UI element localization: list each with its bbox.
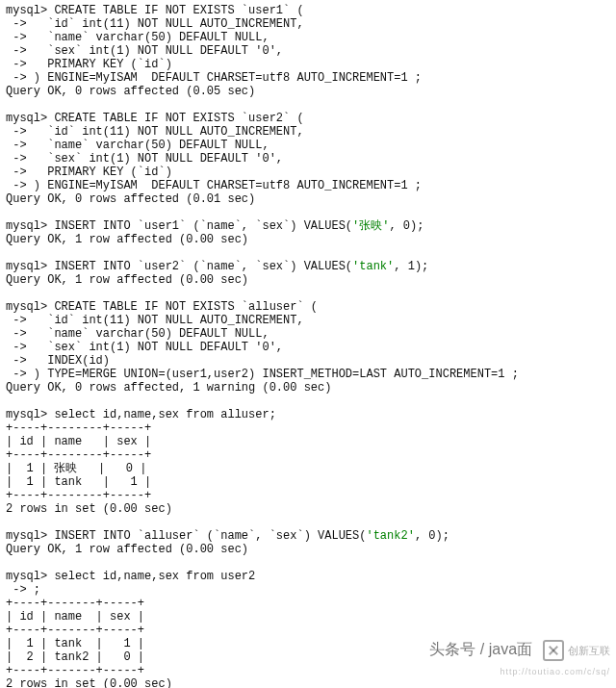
- line: mysql> INSERT INTO `alluser` (`name`, `s…: [6, 529, 449, 543]
- line: mysql> CREATE TABLE IF NOT EXISTS `user2…: [6, 112, 304, 125]
- line: Query OK, 1 row affected (0.00 sec): [6, 273, 248, 287]
- line: Query OK, 0 rows affected (0.05 sec): [6, 85, 255, 98]
- table-row: | 1 | tank | 1 |: [6, 475, 151, 489]
- line: Query OK, 0 rows affected, 1 warning (0.…: [6, 381, 331, 395]
- string-literal: 'tank': [352, 260, 394, 273]
- line: mysql> select id,name,sex from alluser;: [6, 408, 276, 421]
- line: -> `sex` int(1) NOT NULL DEFAULT '0',: [6, 341, 283, 354]
- line: 2 rows in set (0.00 sec): [6, 677, 172, 688]
- line: -> `id` int(11) NOT NULL AUTO_INCREMENT,: [6, 17, 304, 31]
- table-row: +----+--------+-----+: [6, 448, 151, 462]
- line: mysql> CREATE TABLE IF NOT EXISTS `allus…: [6, 300, 318, 314]
- table-row: +----+-------+-----+: [6, 597, 144, 610]
- table-row: +----+--------+-----+: [6, 421, 151, 435]
- line: -> INDEX(id): [6, 354, 110, 368]
- line: mysql> INSERT INTO `user2` (`name`, `sex…: [6, 260, 428, 273]
- line: Query OK, 1 row affected (0.00 sec): [6, 233, 248, 246]
- line: -> `name` varchar(50) DEFAULT NULL,: [6, 327, 270, 341]
- line: 2 rows in set (0.00 sec): [6, 502, 172, 516]
- line: -> `id` int(11) NOT NULL AUTO_INCREMENT,: [6, 125, 304, 139]
- line: -> PRIMARY KEY (`id`): [6, 58, 172, 71]
- line: -> `sex` int(1) NOT NULL DEFAULT '0',: [6, 152, 283, 166]
- line: -> ;: [6, 583, 40, 597]
- line: Query OK, 1 row affected (0.00 sec): [6, 543, 248, 556]
- line: -> `sex` int(1) NOT NULL DEFAULT '0',: [6, 44, 283, 58]
- line: mysql> CREATE TABLE IF NOT EXISTS `user1…: [6, 4, 304, 17]
- line: -> `id` int(11) NOT NULL AUTO_INCREMENT,: [6, 314, 304, 327]
- line: -> ) ENGINE=MyISAM DEFAULT CHARSET=utf8 …: [6, 179, 422, 192]
- table-row: | 1 | 张映 | 0 |: [6, 462, 146, 475]
- line: -> ) ENGINE=MyISAM DEFAULT CHARSET=utf8 …: [6, 71, 422, 85]
- table-row: | id | name | sex |: [6, 435, 151, 448]
- line: -> `name` varchar(50) DEFAULT NULL,: [6, 31, 270, 44]
- table-row: +----+-------+-----+: [6, 624, 144, 637]
- string-literal: 'tank2': [366, 529, 414, 543]
- table-row: | 2 | tank2 | 0 |: [6, 650, 144, 664]
- table-row: +----+--------+-----+: [6, 489, 151, 502]
- line: -> PRIMARY KEY (`id`): [6, 166, 172, 179]
- table-row: | 1 | tank | 1 |: [6, 637, 144, 650]
- table-row: | id | name | sex |: [6, 610, 144, 624]
- table-row: +----+-------+-----+: [6, 664, 144, 677]
- line: Query OK, 0 rows affected (0.01 sec): [6, 192, 255, 206]
- string-literal: '张映': [352, 219, 389, 233]
- line: mysql> INSERT INTO `user1` (`name`, `sex…: [6, 219, 424, 233]
- sql-terminal-output: mysql> CREATE TABLE IF NOT EXISTS `user1…: [0, 0, 616, 688]
- line: mysql> select id,name,sex from user2: [6, 570, 255, 583]
- line: -> ) TYPE=MERGE UNION=(user1,user2) INSE…: [6, 368, 519, 381]
- line: -> `name` varchar(50) DEFAULT NULL,: [6, 139, 270, 152]
